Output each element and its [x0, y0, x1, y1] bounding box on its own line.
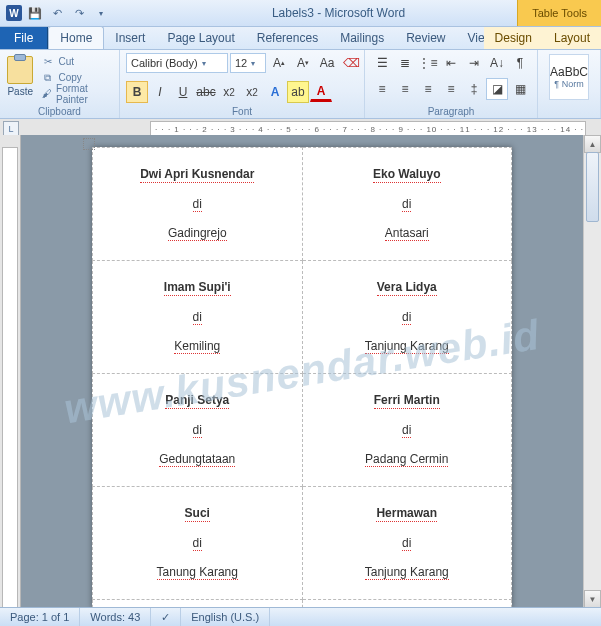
style-normal[interactable]: AaBbC ¶ Norm [549, 54, 589, 100]
grow-font-button[interactable]: A▴ [268, 52, 290, 74]
shading-button[interactable]: ◪ [486, 78, 508, 100]
decrease-indent-button[interactable]: ⇤ [440, 52, 462, 74]
cut-button[interactable]: ✂Cut [38, 54, 113, 69]
group-paragraph: ☰ ≣ ⋮≡ ⇤ ⇥ A↓ ¶ ≡ ≡ ≡ ≡ ‡ ◪ ▦ Paragraph [365, 50, 538, 118]
tab-references[interactable]: References [246, 27, 329, 49]
contextual-tabs: Design Layout [484, 27, 601, 49]
group-font: Calibri (Body)▾ 12▾ A▴ A▾ Aa ⌫ B I U abc… [120, 50, 365, 118]
underline-button[interactable]: U [172, 81, 194, 103]
label-cell[interactable]: Dwi Apri KusnendardiGadingrejo [93, 148, 303, 261]
font-group-label: Font [126, 105, 358, 118]
status-language[interactable]: English (U.S.) [181, 608, 270, 626]
paragraph-group-label: Paragraph [371, 105, 531, 118]
superscript-button[interactable]: x2 [241, 81, 263, 103]
label-cell[interactable]: SucidiTanung Karang [93, 487, 303, 600]
tab-file[interactable]: File [0, 27, 48, 49]
qat-customize-icon[interactable]: ▾ [92, 4, 110, 22]
multilevel-list-button[interactable]: ⋮≡ [417, 52, 439, 74]
numbering-button[interactable]: ≣ [394, 52, 416, 74]
tab-insert[interactable]: Insert [104, 27, 156, 49]
change-case-button[interactable]: Aa [316, 52, 338, 74]
tab-review[interactable]: Review [395, 27, 456, 49]
scroll-up-icon[interactable]: ▲ [584, 135, 601, 153]
page[interactable]: Dwi Apri KusnendardiGadingrejo Eko Waluy… [92, 147, 512, 608]
redo-icon[interactable]: ↷ [70, 4, 88, 22]
status-proofing-icon[interactable]: ✓ [151, 608, 181, 626]
align-center-button[interactable]: ≡ [394, 78, 416, 100]
labels-table[interactable]: Dwi Apri KusnendardiGadingrejo Eko Waluy… [92, 147, 512, 608]
workspace: Dwi Apri KusnendardiGadingrejo Eko Waluy… [0, 135, 601, 608]
bullets-button[interactable]: ☰ [371, 52, 393, 74]
tab-layout[interactable]: Layout [543, 27, 601, 49]
table-row: SucidiTanung Karang HermawandiTanjung Ka… [93, 487, 512, 600]
chevron-down-icon: ▾ [251, 59, 255, 68]
font-color-button[interactable]: A [310, 81, 332, 102]
sort-button[interactable]: A↓ [486, 52, 508, 74]
group-styles: AaBbC ¶ Norm [538, 50, 601, 118]
cut-icon: ✂ [41, 55, 54, 68]
text-effects-button[interactable]: A [264, 81, 286, 103]
scroll-thumb[interactable] [586, 152, 599, 222]
ribbon: Paste ✂Cut ⧉Copy 🖌Format Painter Clipboa… [0, 50, 601, 119]
label-cell[interactable]: Panji SetyadiGedungtataan [93, 374, 303, 487]
font-family-select[interactable]: Calibri (Body)▾ [126, 53, 228, 73]
italic-button[interactable]: I [149, 81, 171, 103]
font-size-select[interactable]: 12▾ [230, 53, 266, 73]
paste-button[interactable]: Paste [6, 52, 34, 97]
scrollbar-vertical[interactable]: ▲ ▼ [583, 135, 601, 608]
save-icon[interactable]: 💾 [26, 4, 44, 22]
align-left-button[interactable]: ≡ [371, 78, 393, 100]
label-cell[interactable]: Vera LidyadiTanjung Karang [302, 261, 512, 374]
label-cell[interactable]: HermawandiTanjung Karang [302, 487, 512, 600]
title-bar: W 💾 ↶ ↷ ▾ Labels3 - Microsoft Word Table… [0, 0, 601, 27]
status-bar: Page: 1 of 1 Words: 43 ✓ English (U.S.) [0, 607, 601, 626]
contextual-tab-label: Table Tools [517, 0, 601, 26]
label-cell[interactable]: Ferri MartindiPadang Cermin [302, 374, 512, 487]
tab-page-layout[interactable]: Page Layout [156, 27, 245, 49]
tab-design[interactable]: Design [484, 27, 543, 49]
justify-button[interactable]: ≡ [440, 78, 462, 100]
status-page[interactable]: Page: 1 of 1 [0, 608, 80, 626]
tab-mailings[interactable]: Mailings [329, 27, 395, 49]
clipboard-group-label: Clipboard [6, 105, 113, 118]
word-app-icon[interactable]: W [6, 5, 22, 21]
paste-label: Paste [7, 86, 33, 97]
ruler-vertical[interactable] [2, 147, 18, 608]
status-words[interactable]: Words: 43 [80, 608, 151, 626]
table-row: Imam Supi'idiKemiling Vera LidyadiTanjun… [93, 261, 512, 374]
undo-icon[interactable]: ↶ [48, 4, 66, 22]
quick-access-toolbar: W 💾 ↶ ↷ ▾ [0, 4, 116, 22]
label-cell[interactable]: Imam Supi'idiKemiling [93, 261, 303, 374]
label-cell[interactable]: Eko WaluyodiAntasari [302, 148, 512, 261]
subscript-button[interactable]: x2 [218, 81, 240, 103]
scroll-down-icon[interactable]: ▼ [584, 590, 601, 608]
table-row: Dwi Apri KusnendardiGadingrejo Eko Waluy… [93, 148, 512, 261]
show-marks-button[interactable]: ¶ [509, 52, 531, 74]
tab-home[interactable]: Home [48, 26, 104, 49]
table-move-handle-icon[interactable] [83, 138, 95, 150]
line-spacing-button[interactable]: ‡ [463, 78, 485, 100]
chevron-down-icon: ▾ [202, 59, 206, 68]
highlight-button[interactable]: ab [287, 81, 309, 103]
ribbon-tabs: File Home Insert Page Layout References … [0, 27, 601, 50]
document-area[interactable]: Dwi Apri KusnendardiGadingrejo Eko Waluy… [21, 135, 583, 608]
copy-icon: ⧉ [41, 71, 54, 84]
clear-formatting-button[interactable]: ⌫ [340, 52, 362, 74]
align-right-button[interactable]: ≡ [417, 78, 439, 100]
increase-indent-button[interactable]: ⇥ [463, 52, 485, 74]
format-painter-button[interactable]: 🖌Format Painter [38, 86, 113, 101]
table-row: Panji SetyadiGedungtataan Ferri Martindi… [93, 374, 512, 487]
group-clipboard: Paste ✂Cut ⧉Copy 🖌Format Painter Clipboa… [0, 50, 120, 118]
ruler-gutter [0, 135, 21, 608]
paste-icon [7, 56, 33, 84]
brush-icon: 🖌 [41, 87, 52, 100]
bold-button[interactable]: B [126, 81, 148, 103]
strikethrough-button[interactable]: abc [195, 81, 217, 103]
borders-button[interactable]: ▦ [509, 78, 531, 100]
shrink-font-button[interactable]: A▾ [292, 52, 314, 74]
